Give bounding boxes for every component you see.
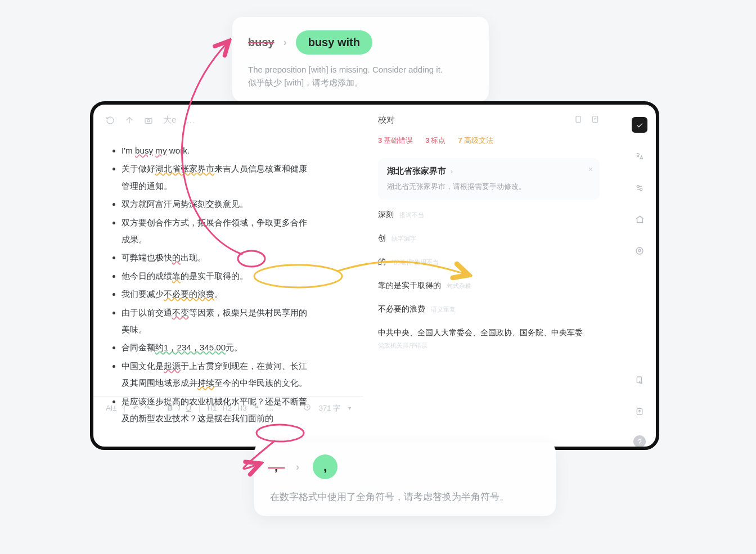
word-count[interactable]: 371 字	[319, 403, 340, 413]
textsize-toggle[interactable]: 大e	[163, 115, 176, 125]
checklist-icon[interactable]	[591, 115, 600, 125]
suggestion-pill[interactable]: ,	[313, 454, 338, 479]
chevron-right-icon: ›	[296, 461, 299, 473]
more-format-icon[interactable]: …	[267, 404, 274, 412]
callout-explain-zh: 似乎缺少 [with]，请考虑添加。	[248, 78, 473, 88]
list-item: 双方就阿富汗局势深刻交换意见。	[122, 196, 313, 213]
document-list[interactable]: I'm busy my work. 关于做好湖北省张家界市来吉人员信息核查和健康…	[122, 142, 313, 427]
list-item: I'm busy my work.	[122, 142, 313, 159]
close-icon[interactable]: ×	[588, 165, 593, 174]
callout-top-card: busy › busy with The preposition [with] …	[232, 17, 489, 102]
rewrite-tool-icon[interactable]	[632, 180, 647, 196]
device-frame: 大e … I'm busy my work. 关于做好湖北省张家界市来吉人员信息…	[90, 101, 659, 450]
underline-button[interactable]: U	[186, 404, 191, 412]
list-item: 我们要减少不必要的浪费。	[122, 286, 313, 303]
editor-toolbar-top: 大e …	[106, 115, 351, 125]
issue-detail-sub: 湖北省无张家界市，请根据需要手动修改。	[387, 182, 591, 192]
translate-tool-icon[interactable]	[632, 148, 647, 164]
format-toolbar: AI± ↶ ↷ B I U H1 H2 H3 ❝ …	[93, 396, 363, 420]
filter-punct[interactable]: 3标点	[425, 136, 446, 146]
italic-button[interactable]: I	[178, 404, 181, 412]
callout-bottom-msg: 在数字格式中使用了全角符号，请考虑替换为半角符号。	[270, 490, 540, 503]
upgrade-tool-icon[interactable]	[632, 211, 647, 227]
chevron-right-icon: ›	[284, 37, 287, 48]
issue-item[interactable]: 靠的是实干取得的句式杂糅	[378, 281, 600, 291]
svg-point-7	[636, 247, 643, 254]
issue-item[interactable]: 深刻搭词不当	[378, 210, 600, 220]
issue-detail-card[interactable]: 湖北省张家界市› 湖北省无张家界市，请根据需要手动修改。 ×	[378, 158, 600, 200]
list-item: 可弊端也极快的出现。	[122, 249, 313, 266]
chevron-down-icon[interactable]: ▾	[348, 405, 351, 411]
list-item: 他今日的成绩靠的是实干取得的。	[122, 268, 313, 285]
list-item: 合同金额约1，234，345.00元。	[122, 339, 313, 356]
undo-icon[interactable]: ↶	[133, 404, 139, 412]
wrong-symbol: ，	[270, 458, 282, 475]
svg-rect-0	[145, 118, 152, 123]
clock-icon	[303, 403, 311, 413]
callout-explain-en: The preposition [with] is missing. Consi…	[248, 65, 473, 74]
svg-point-1	[147, 119, 150, 121]
svg-point-5	[637, 185, 639, 187]
issue-item[interactable]: 的“的地得”使用不当	[378, 257, 600, 267]
wrong-word: busy	[248, 36, 274, 49]
filter-basic[interactable]: 3基础错误	[378, 136, 413, 146]
clipboard-icon[interactable]	[574, 115, 583, 125]
h2-button[interactable]: H2	[222, 404, 232, 412]
export-icon[interactable]	[632, 404, 647, 420]
refresh-icon[interactable]	[106, 116, 115, 125]
more-icon[interactable]: …	[186, 115, 195, 125]
quote-button[interactable]: ❝	[255, 404, 259, 412]
panel-title: 校对	[378, 115, 395, 125]
h1-button[interactable]: H1	[208, 404, 217, 412]
share-icon[interactable]	[125, 116, 134, 125]
camera-icon[interactable]	[144, 116, 153, 125]
help-icon[interactable]: ?	[633, 435, 646, 448]
bold-button[interactable]: B	[167, 404, 172, 412]
list-item: 双方要创合作方式，拓展合作领域，争取更多合作成果。	[122, 214, 313, 249]
tool-sidebar: ?	[623, 105, 656, 450]
svg-rect-8	[637, 377, 641, 383]
issue-item[interactable]: 创缺字漏字	[378, 233, 600, 244]
list-item: 关于做好湖北省张家界市来吉人员信息核查和健康管理的通知。	[122, 160, 313, 195]
compass-tool-icon[interactable]	[632, 243, 647, 259]
ai-button[interactable]: AI±	[106, 404, 116, 412]
list-item: 由于以前交通不变等因素，板栗只是供村民享用的美味。	[122, 304, 313, 339]
filter-tabs: 3基础错误 3标点 7高级文法	[378, 136, 600, 146]
list-item: 中国文化是起源于上古贯穿到现在，在黄河、长江及其周围地域形成并持续至今的中华民族…	[122, 358, 313, 392]
proofread-pane: 校对 3基础错误 3标点 7高级文法 湖北省张家界市› 湖北省无张家界市，请根据…	[363, 105, 605, 447]
redo-icon[interactable]: ↷	[145, 404, 151, 412]
issue-item[interactable]: 中共中央、全国人大常委会、全国政协、国务院、中央军委党政机关排序错误	[378, 328, 600, 350]
issue-item[interactable]: 不必要的浪费语义重复	[378, 304, 600, 314]
search-doc-icon[interactable]	[632, 372, 647, 388]
chevron-right-icon: ›	[451, 168, 453, 175]
callout-bottom-card: ， › , 在数字格式中使用了全角符号，请考虑替换为半角符号。	[254, 442, 556, 516]
issue-detail-title: 湖北省张家界市	[387, 166, 446, 177]
filter-advanced[interactable]: 7高级文法	[458, 136, 493, 146]
svg-rect-3	[576, 116, 580, 123]
proofread-tool-icon[interactable]	[632, 117, 647, 133]
editor-pane: 大e … I'm busy my work. 关于做好湖北省张家界市来吉人员信息…	[93, 105, 363, 420]
h3-button[interactable]: H3	[237, 404, 247, 412]
svg-point-6	[640, 188, 642, 191]
suggestion-pill[interactable]: busy with	[296, 30, 372, 55]
